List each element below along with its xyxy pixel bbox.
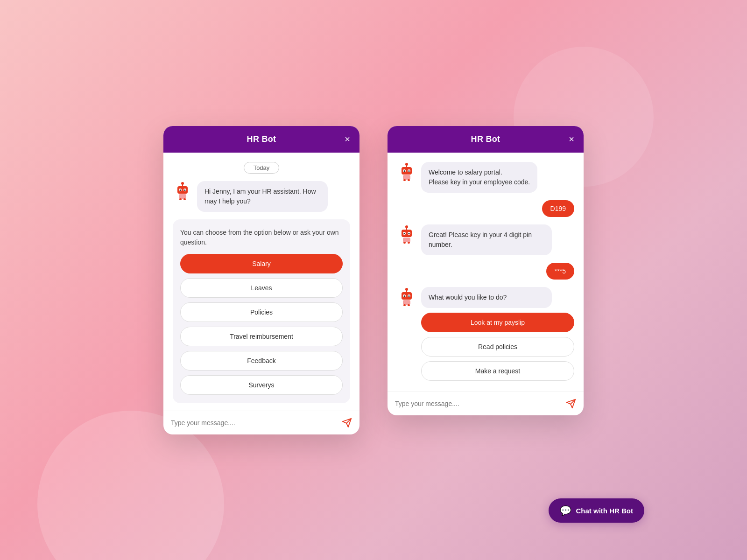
left-send-icon bbox=[342, 418, 352, 428]
svg-rect-42 bbox=[403, 304, 406, 306]
svg-rect-8 bbox=[179, 194, 186, 199]
svg-point-18 bbox=[409, 170, 410, 172]
options-intro-text: You can choose from the option below or … bbox=[180, 228, 343, 247]
right-chat-window: HR Bot × Welcome to sa bbox=[388, 126, 584, 415]
right-options-container: What would you like to do? Look at my pa… bbox=[421, 287, 574, 381]
svg-rect-32 bbox=[408, 242, 410, 244]
option-surverys[interactable]: Surverys bbox=[180, 375, 343, 395]
option-travel-reimbursement[interactable]: Travel reimbursement bbox=[180, 327, 343, 346]
user-row-2: ***5 bbox=[397, 263, 574, 280]
left-chat-title: HR Bot bbox=[247, 134, 276, 144]
svg-rect-20 bbox=[403, 179, 406, 181]
svg-point-40 bbox=[409, 295, 410, 297]
left-chat-header: HR Bot × bbox=[163, 126, 359, 153]
left-chat-body: Today bbox=[163, 153, 359, 411]
left-send-button[interactable] bbox=[342, 418, 352, 428]
svg-point-6 bbox=[180, 189, 181, 191]
option-policies[interactable]: Policies bbox=[180, 302, 343, 322]
right-message-input[interactable] bbox=[395, 400, 561, 407]
right-bot-bubble-3: What would you like to do? bbox=[421, 287, 552, 308]
svg-point-7 bbox=[184, 189, 186, 191]
option-feedback[interactable]: Feedback bbox=[180, 351, 343, 371]
right-option-payslip[interactable]: Look at my payslip bbox=[421, 313, 574, 332]
option-leaves[interactable]: Leaves bbox=[180, 278, 343, 298]
right-chat-title: HR Bot bbox=[471, 134, 500, 144]
svg-rect-21 bbox=[408, 179, 410, 181]
bot-greeting-bubble: Hi Jenny, I am your HR assistant. How ma… bbox=[197, 181, 328, 212]
left-message-input[interactable] bbox=[171, 419, 337, 427]
svg-point-2 bbox=[181, 182, 184, 185]
bot-greeting-row: Hi Jenny, I am your HR assistant. How ma… bbox=[173, 181, 350, 212]
svg-point-24 bbox=[405, 225, 408, 228]
left-close-button[interactable]: × bbox=[345, 134, 350, 144]
bot-avatar-left-1 bbox=[173, 181, 192, 201]
options-card-left: You can choose from the option below or … bbox=[173, 219, 350, 403]
svg-rect-10 bbox=[183, 198, 186, 200]
user-row-1: D199 bbox=[397, 200, 574, 217]
right-input-area bbox=[388, 392, 584, 415]
svg-point-29 bbox=[409, 233, 410, 234]
page-wrapper: HR Bot × Today bbox=[163, 126, 584, 434]
svg-rect-19 bbox=[403, 175, 410, 180]
svg-point-17 bbox=[404, 170, 405, 172]
right-bot-row-3: What would you like to do? Look at my pa… bbox=[397, 287, 574, 381]
date-badge-label: Today bbox=[244, 162, 280, 174]
svg-point-28 bbox=[404, 233, 405, 234]
left-input-area bbox=[163, 411, 359, 434]
bot-avatar-right-2 bbox=[397, 224, 416, 244]
right-chat-body: Welcome to salary portal.Please key in y… bbox=[388, 153, 584, 392]
right-chat-header: HR Bot × bbox=[388, 126, 584, 153]
user-bubble-2: ***5 bbox=[546, 263, 574, 280]
chat-cta-label: Chat with HR Bot bbox=[576, 507, 633, 515]
svg-rect-30 bbox=[403, 238, 410, 242]
option-salary[interactable]: Salary bbox=[180, 254, 343, 273]
right-close-button[interactable]: × bbox=[569, 134, 574, 144]
date-badge: Today bbox=[173, 162, 350, 174]
svg-point-39 bbox=[404, 295, 405, 297]
right-option-request[interactable]: Make a request bbox=[421, 361, 574, 381]
svg-point-35 bbox=[405, 288, 408, 291]
user-bubble-1: D199 bbox=[542, 200, 574, 217]
bot-avatar-right-3 bbox=[397, 287, 416, 307]
right-bot-bubble-2: Great! Please key in your 4 digit pin nu… bbox=[421, 224, 552, 255]
right-bot-row-2: Great! Please key in your 4 digit pin nu… bbox=[397, 224, 574, 255]
chat-cta-button[interactable]: 💬 Chat with HR Bot bbox=[549, 498, 644, 523]
left-chat-window: HR Bot × Today bbox=[163, 126, 359, 434]
right-send-icon bbox=[566, 399, 576, 409]
right-bot-bubble-1: Welcome to salary portal.Please key in y… bbox=[421, 162, 537, 193]
svg-point-13 bbox=[405, 163, 408, 166]
right-bot-row-1: Welcome to salary portal.Please key in y… bbox=[397, 162, 574, 193]
right-option-policies[interactable]: Read policies bbox=[421, 337, 574, 357]
right-send-button[interactable] bbox=[566, 399, 576, 409]
svg-rect-41 bbox=[403, 300, 410, 305]
svg-rect-31 bbox=[403, 242, 406, 244]
svg-rect-43 bbox=[408, 304, 410, 306]
chat-cta-icon: 💬 bbox=[560, 505, 571, 516]
bot-avatar-right-1 bbox=[397, 162, 416, 182]
svg-rect-9 bbox=[179, 198, 182, 200]
